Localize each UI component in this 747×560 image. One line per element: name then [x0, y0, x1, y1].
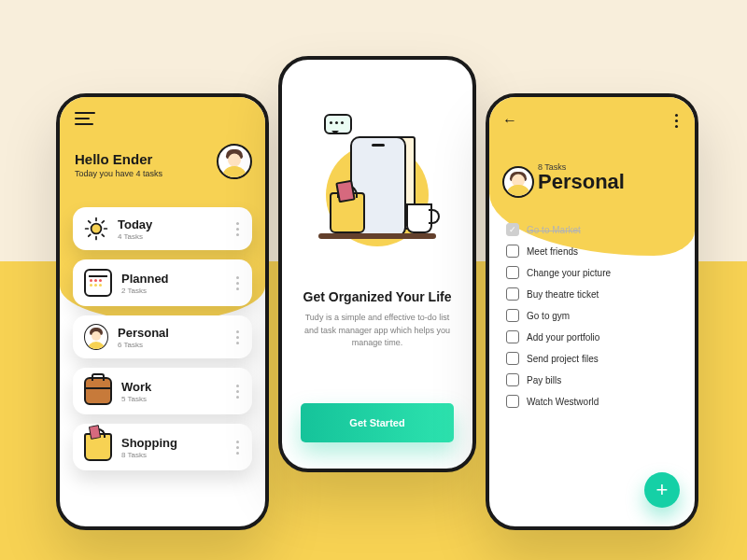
svg-line-8: [102, 221, 104, 223]
back-icon[interactable]: ←: [502, 112, 517, 129]
task-row[interactable]: Go to gym: [506, 309, 678, 322]
category-title: Personal: [118, 326, 234, 340]
kebab-icon[interactable]: [234, 274, 241, 292]
svg-point-0: [92, 224, 102, 234]
task-row[interactable]: Pay bills: [506, 373, 678, 386]
menu-icon[interactable]: [75, 112, 95, 125]
page-title: Personal: [538, 172, 625, 192]
task-label: Send project files: [527, 354, 599, 364]
calendar-icon: [84, 269, 112, 297]
greeting-subtitle: Today you have 4 tasks: [75, 169, 162, 178]
task-row[interactable]: Change your picture: [506, 266, 678, 279]
category-personal[interactable]: Personal 6 Tasks: [73, 315, 252, 358]
category-work[interactable]: Work 5 Tasks: [73, 368, 252, 414]
onboarding-screen: Get Organized Your Life Tudy is a simple…: [278, 56, 476, 472]
task-row[interactable]: Watch Westworld: [506, 395, 678, 408]
task-row[interactable]: ✓Go to Market: [506, 223, 678, 236]
task-label: Buy theatre ticket: [527, 289, 599, 300]
category-subtitle: 5 Tasks: [121, 395, 234, 403]
greeting: Hello Ender Today you have 4 tasks: [75, 151, 162, 178]
svg-line-7: [89, 234, 91, 236]
shopping-bag-icon: [330, 192, 365, 233]
category-title: Planned: [121, 272, 234, 286]
svg-line-5: [89, 221, 91, 223]
kebab-icon[interactable]: [671, 110, 682, 132]
category-shopping[interactable]: Shopping 8 Tasks: [73, 424, 252, 470]
task-label: Add your portfolio: [527, 332, 599, 343]
task-row[interactable]: Send project files: [506, 352, 678, 365]
get-started-button[interactable]: Get Started: [301, 403, 454, 442]
person-icon: [84, 325, 108, 349]
checkbox-icon[interactable]: [506, 352, 519, 365]
personal-screen: ← 8 Tasks Personal ✓Go to Market Meet fr…: [486, 93, 698, 530]
onboarding-description: Tudy is a simple and effective to-do lis…: [299, 312, 456, 350]
cup-icon: [406, 203, 432, 233]
onboarding-illustration: [307, 91, 447, 250]
briefcase-icon: [84, 377, 112, 405]
category-list: Today 4 Tasks Planned 2 Tasks Personal: [73, 207, 252, 470]
category-title: Work: [121, 380, 234, 394]
task-label: Watch Westworld: [527, 397, 599, 407]
category-subtitle: 8 Tasks: [121, 451, 234, 459]
user-avatar[interactable]: [217, 144, 252, 179]
task-label: Change your picture: [527, 268, 611, 278]
task-row[interactable]: Buy theatre ticket: [506, 287, 678, 301]
shopping-bag-icon: [84, 433, 112, 461]
chat-icon: [324, 114, 352, 134]
user-avatar[interactable]: [502, 166, 534, 198]
checkbox-icon[interactable]: [506, 330, 519, 343]
checkbox-icon[interactable]: [506, 395, 519, 408]
task-list: ✓Go to Market Meet friends Change your p…: [506, 223, 678, 408]
category-subtitle: 4 Tasks: [118, 232, 234, 241]
task-label: Go to gym: [527, 311, 570, 321]
task-row[interactable]: Add your portfolio: [506, 330, 678, 343]
add-task-button[interactable]: +: [644, 472, 680, 508]
category-title: Today: [118, 217, 234, 231]
kebab-icon[interactable]: [234, 329, 241, 346]
onboarding-headline: Get Organized Your Life: [282, 289, 472, 304]
checkbox-icon[interactable]: [506, 287, 519, 301]
category-subtitle: 6 Tasks: [118, 341, 234, 349]
task-row[interactable]: Meet friends: [506, 245, 678, 258]
category-title: Shopping: [121, 436, 234, 450]
home-screen: Hello Ender Today you have 4 tasks Today…: [56, 93, 269, 530]
kebab-icon[interactable]: [234, 220, 241, 238]
task-label: Go to Market: [527, 225, 581, 235]
greeting-title: Hello Ender: [75, 151, 162, 167]
checkbox-icon[interactable]: [506, 373, 519, 386]
category-today[interactable]: Today 4 Tasks: [73, 207, 252, 250]
checkbox-icon[interactable]: [506, 309, 519, 322]
checkbox-icon[interactable]: [506, 245, 519, 258]
sun-icon: [84, 217, 108, 241]
checkbox-icon[interactable]: [506, 266, 519, 279]
svg-line-6: [102, 234, 104, 236]
category-subtitle: 2 Tasks: [121, 287, 234, 295]
kebab-icon[interactable]: [234, 383, 241, 400]
task-label: Pay bills: [527, 375, 561, 385]
kebab-icon[interactable]: [234, 439, 241, 456]
task-label: Meet friends: [527, 246, 578, 257]
category-planned[interactable]: Planned 2 Tasks: [73, 259, 252, 306]
checkbox-icon[interactable]: ✓: [506, 223, 519, 236]
